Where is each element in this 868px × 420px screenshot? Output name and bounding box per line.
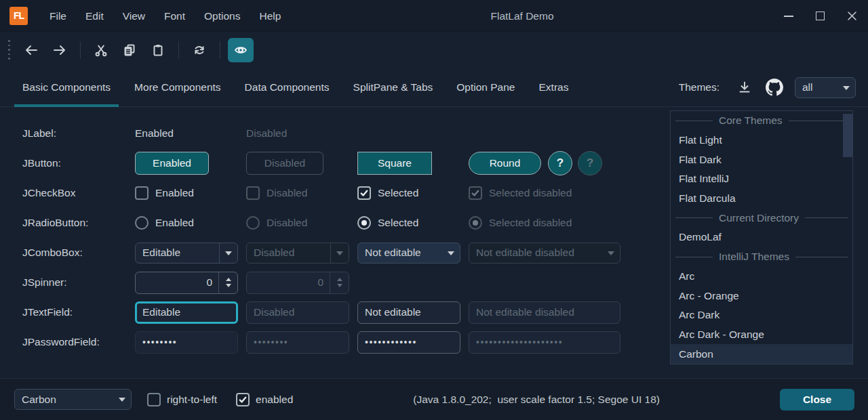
spinner-down-icon[interactable] [226,284,231,290]
checkbox-label: Selected [378,187,418,199]
tab-basic-components[interactable]: Basic Components [14,68,119,106]
themes-list: Core Themes Flat Light Flat Dark Flat In… [670,110,853,364]
close-icon [847,11,857,21]
combobox-not-editable[interactable]: Not editable [357,243,460,264]
close-button[interactable]: Close [780,389,854,411]
basic-components-panel: JLabel: Enabled Disabled JButton: Enable… [22,119,644,357]
spinner-up-icon[interactable] [226,275,231,281]
paste-clipboard-icon [151,43,165,57]
themes-filter-value: all [795,81,837,93]
radio-selected-disabled [469,216,482,230]
theme-selector-combobox[interactable]: Carbon [14,389,132,410]
title-bar: FL File Edit View Font Options Help Flat… [0,0,868,32]
forward-arrow-icon [52,43,67,57]
back-arrow-icon [24,43,39,57]
themes-label: Themes: [679,81,719,93]
combobox-editable[interactable]: Editable [135,243,238,264]
jlabel-enabled: Enabled [135,127,246,140]
theme-item-arc-dark-orange[interactable]: Arc Dark - Orange [671,325,852,345]
theme-item-flat-darcula[interactable]: Flat Darcula [671,189,852,209]
theme-item-carbon[interactable]: Carbon [671,344,852,364]
maximize-icon [816,12,825,20]
jbutton-enabled-button[interactable]: Enabled [135,152,209,175]
jcheckbox-row-label: JCheckBox [22,187,135,199]
checkbox-label: Enabled [155,187,194,199]
combobox-not-editable-disabled: Not editable disabled [469,243,620,264]
forward-button[interactable] [47,38,73,62]
menu-file[interactable]: File [40,0,76,32]
jbutton-round-button[interactable]: Round [469,152,541,175]
radio-label: Enabled [155,217,194,229]
check-icon [471,188,480,198]
maximize-button[interactable] [804,0,836,32]
checkbox-selected-disabled [469,186,482,200]
jbutton-square-button[interactable]: Square [357,152,432,175]
themes-header: Themes: all [679,68,856,107]
cut-button[interactable] [88,38,114,62]
menu-bar: File Edit View Font Options Help [40,0,290,32]
theme-item-arc[interactable]: Arc [671,267,852,287]
themes-group-current-directory: Current Directory [671,208,852,228]
menu-edit[interactable]: Edit [76,0,113,32]
show-hidden-toggle-button[interactable] [228,38,254,62]
theme-item-demolaf[interactable]: DemoLaf [671,228,852,247]
paste-button[interactable] [145,38,171,62]
tab-extras[interactable]: Extras [531,68,577,106]
minimize-button[interactable] [772,0,804,32]
close-window-button[interactable] [836,0,868,32]
toolbar-grip-handle[interactable] [8,40,10,60]
checkbox-enabled[interactable] [135,186,149,200]
jspinner-row-label: JSpinner: [22,276,135,289]
back-button[interactable] [18,38,44,62]
chevron-down-icon[interactable] [442,247,460,259]
spinner-enabled[interactable]: 0 [135,272,238,294]
eye-icon [233,43,248,57]
radio-selected[interactable] [357,216,371,230]
combobox-value: Not editable [358,247,442,259]
combobox-value[interactable]: Editable [136,247,219,259]
github-button[interactable] [766,79,783,96]
enabled-checkbox-group[interactable]: enabled [236,393,293,406]
theme-item-flat-light[interactable]: Flat Light [671,131,852,150]
theme-item-flat-intellij[interactable]: Flat IntelliJ [671,169,852,189]
chevron-down-icon [602,247,620,259]
tab-option-pane[interactable]: Option Pane [448,68,523,106]
jbutton-help-button[interactable]: ? [548,151,572,175]
themes-filter-combobox[interactable]: all [795,77,856,98]
theme-item-flat-dark[interactable]: Flat Dark [671,150,852,169]
refresh-button[interactable] [186,38,212,62]
tab-splitpane-tabs[interactable]: SplitPane & Tabs [345,68,441,106]
jradiobutton-row-label: JRadioButton: [22,217,135,229]
textfield-not-editable[interactable]: Not editable [357,301,460,324]
passwordfield-not-editable[interactable]: •••••••••••• [357,331,460,354]
tab-more-components[interactable]: More Components [126,68,229,106]
radio-enabled[interactable] [135,216,149,230]
download-themes-button[interactable] [737,80,752,95]
scrollbar-thumb[interactable] [843,114,852,157]
textfield-editable[interactable]: Editable [135,301,238,324]
menu-options[interactable]: Options [195,0,250,32]
checkbox-selected[interactable] [357,186,371,200]
menu-view[interactable]: View [113,0,155,32]
chevron-down-icon[interactable] [220,247,237,259]
checkbox-label: Disabled [267,187,307,199]
copy-button[interactable] [117,38,142,62]
tab-data-components[interactable]: Data Components [237,68,338,106]
download-icon [737,80,752,95]
theme-item-arc-dark[interactable]: Arc Dark [671,306,852,325]
theme-item-arc-orange[interactable]: Arc - Orange [671,286,852,306]
chevron-down-icon [331,247,349,259]
passwordfield-editable[interactable]: •••••••• [135,331,238,354]
menu-font[interactable]: Font [155,0,195,32]
enabled-checkbox[interactable] [236,393,250,406]
spinner-down-icon [337,284,342,290]
themes-group-core: Core Themes [671,111,852,131]
toolbar-separator [178,41,179,59]
rtl-checkbox-group[interactable]: right-to-left [147,393,217,406]
checkbox-label: Selected disabled [489,187,572,199]
copy-icon [123,43,136,57]
spinner-value[interactable]: 0 [136,276,218,289]
rtl-checkbox[interactable] [147,393,161,406]
jcombobox-row-label: JComboBox: [22,247,135,259]
toolbar-separator [80,41,81,59]
